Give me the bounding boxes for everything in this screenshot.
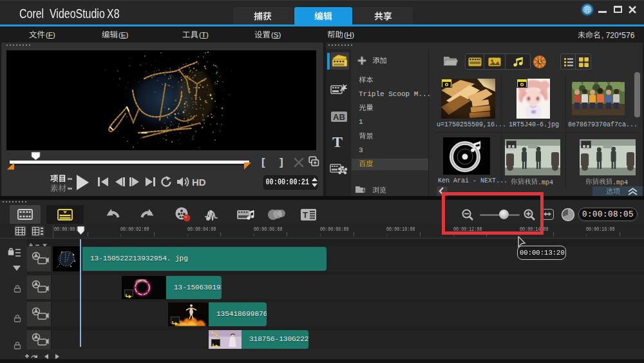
svg-text:.mp4: .mp4 xyxy=(538,179,553,186)
svg-text:T: T xyxy=(303,210,308,220)
svg-text:AB: AB xyxy=(333,112,345,122)
svg-text:.mp4: .mp4 xyxy=(612,179,628,186)
